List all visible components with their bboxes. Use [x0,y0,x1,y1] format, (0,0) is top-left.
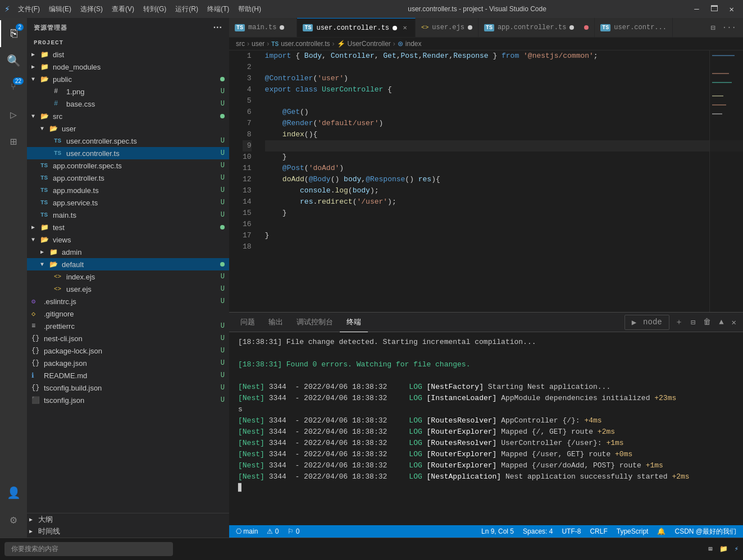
maximize-panel-button[interactable]: ▲ [717,316,726,328]
sidebar-item-app-controller-spec[interactable]: TS app.controller.spec.ts U [27,159,229,172]
indentation-status[interactable]: Spaces: 4 [521,527,555,535]
menu-help[interactable]: 帮助(H) [235,3,265,15]
sidebar-item-app-controller[interactable]: TS app.controller.ts U [27,172,229,184]
errors-status[interactable]: ⚐ 0 [285,527,302,535]
code-line [265,95,709,107]
sidebar-item-prettierrc[interactable]: ≡ .prettierrc U [27,320,229,332]
sidebar-item-readme[interactable]: ℹ README.md U [27,369,229,382]
taskbar-search[interactable]: 你要搜索的内容 [4,542,173,556]
sidebar-item-outline[interactable]: ▶ 大纲 [27,513,229,525]
sidebar-item-main-ts[interactable]: TS main.ts U [27,209,229,221]
branch-status[interactable]: ⎔ main [234,527,260,535]
more-actions-button[interactable]: ··· [720,22,739,33]
sidebar-item-user[interactable]: ▼ 📂 user [27,122,229,135]
breadcrumb-user[interactable]: user [252,40,265,48]
tab-user-contr-ellipsis[interactable]: TS user.contr... [595,18,673,38]
image-file-icon: # [54,88,64,95]
menu-file[interactable]: 文件(F) [15,3,43,15]
tab-close-button[interactable]: ✕ [400,24,409,33]
code-line: @Post('doAdd') [265,163,709,174]
code-editor[interactable]: 12345 678910 1112131415 161718 import { … [229,51,743,312]
add-terminal-button[interactable]: ＋ [673,316,685,328]
code-content[interactable]: import { Body, Controller, Get,Post,Rend… [261,51,709,312]
sidebar-item-label: test [53,223,220,232]
sidebar-item-user-controller-spec[interactable]: TS user.controller.spec.ts U [27,135,229,147]
sidebar-item-dist[interactable]: ▶ 📁 dist [27,48,229,61]
notification-bell[interactable]: 🔔 [655,527,668,535]
file-status: U [221,371,229,379]
sidebar-item-views[interactable]: ▼ 📂 views [27,233,229,246]
sidebar-item-basecss[interactable]: # base.css U [27,98,229,110]
sidebar-item-node-modules[interactable]: ▶ 📁 node_modules [27,61,229,73]
run-activity-item[interactable]: ▷ [0,101,27,128]
menu-edit[interactable]: 编辑(E) [45,3,75,15]
maximize-button[interactable]: 🗖 [706,2,723,16]
code-line: @Controller('user') [265,73,709,84]
sidebar-item-public[interactable]: ▼ 📂 public [27,73,229,85]
account-activity-item[interactable]: 👤 [0,479,27,506]
sidebar-item-nest-cli[interactable]: {} nest-cli.json U [27,332,229,345]
split-editor-button[interactable]: ⊟ [708,22,717,34]
sidebar-item-tsconfig-build[interactable]: {} tsconfig.build.json U [27,382,229,394]
explorer-activity-item[interactable]: ⎘ 2 [0,20,27,47]
sidebar-item-app-service[interactable]: TS app.service.ts U [27,196,229,209]
language-status[interactable]: TypeScript [614,527,651,535]
close-panel-button[interactable]: ✕ [730,316,739,328]
menu-goto[interactable]: 转到(G) [140,3,170,15]
close-button[interactable]: ✕ [725,2,739,16]
sidebar-item-user-ejs[interactable]: <> user.ejs U [27,283,229,295]
sidebar-item-1png[interactable]: # 1.png U [27,85,229,98]
sidebar-more-button[interactable]: ··· [213,22,222,33]
panel-tab-terminal[interactable]: 终端 [340,313,368,332]
sidebar-item-app-module[interactable]: TS app.module.ts U [27,184,229,196]
panel-tab-output[interactable]: 输出 [262,313,290,332]
encoding-status[interactable]: UTF-8 [559,527,583,535]
sidebar-item-gitignore[interactable]: ◇ .gitignore [27,307,229,320]
file-status: U [221,88,229,95]
menu-run[interactable]: 运行(R) [172,3,202,15]
breadcrumb-method[interactable]: index [405,40,422,48]
minimize-button[interactable]: — [690,2,703,16]
sidebar-item-eslintrc[interactable]: ⚙ .eslintrc.js U [27,295,229,307]
sidebar-item-default[interactable]: ▼ 📂 default [27,258,229,270]
breadcrumb-class[interactable]: UserController [348,40,391,48]
delete-terminal-button[interactable]: 🗑 [701,316,713,328]
settings-activity-item[interactable]: ⚙ [0,506,27,533]
minimap-svg [710,51,743,275]
menu-terminal[interactable]: 终端(T) [204,3,233,15]
activity-bar: ⎘ 2 🔍 ⑂ 22 ▷ ⊞ 👤 ⚙ [0,18,27,538]
panel-tab-problems[interactable]: 问题 [234,313,262,332]
sidebar-item-src[interactable]: ▼ 📂 src [27,110,229,122]
panel-tab-debug[interactable]: 调试控制台 [290,313,340,332]
warnings-status[interactable]: ⚠ 0 [265,527,281,535]
split-terminal-button[interactable]: ⊟ [689,316,698,328]
cursor-position-status[interactable]: Ln 9, Col 5 [479,527,516,535]
tab-app-controller-ts[interactable]: TS app.controller.ts [478,18,595,38]
search-activity-item[interactable]: 🔍 [0,47,27,74]
sidebar-item-admin[interactable]: ▶ 📁 admin [27,246,229,258]
terminal-content[interactable]: [18:38:31] File change detected. Startin… [229,332,743,525]
sidebar-item-index-ejs[interactable]: <> index.ejs U [27,270,229,283]
sidebar-item-tsconfig[interactable]: ⬛ tsconfig.json U [27,394,229,406]
taskbar-icon-2[interactable]: 📁 [719,545,728,553]
sidebar-item-label: app.controller.spec.ts [53,162,221,170]
eol-status[interactable]: CRLF [587,527,609,535]
extensions-activity-item[interactable]: ⊞ [0,128,27,155]
tab-user-controller-ts[interactable]: TS user.controller.ts ✕ [297,18,416,38]
sidebar-item-timeline[interactable]: ▶ 时间线 [27,525,229,538]
menu-select[interactable]: 选择(S) [77,3,106,15]
sidebar-item-package-lock[interactable]: {} package-lock.json U [27,345,229,357]
breadcrumb-file[interactable]: user.controller.ts [281,40,330,48]
taskbar-icon-1[interactable]: ⊞ [709,545,713,553]
tab-main-ts[interactable]: TS main.ts [229,18,297,38]
breadcrumb-src[interactable]: src [236,40,245,48]
sidebar-item-user-controller[interactable]: TS user.controller.ts U [27,147,229,159]
menu-view[interactable]: 查看(V) [108,3,138,15]
tab-user-ejs[interactable]: <> user.ejs [416,18,478,38]
source-control-activity-item[interactable]: ⑂ 22 [0,74,27,101]
taskbar-vscode-icon[interactable]: ⚡ [735,545,739,553]
sidebar-item-test[interactable]: ▶ 📁 test [27,221,229,233]
sidebar-item-package-json[interactable]: {} package.json U [27,357,229,369]
prettier-icon: ≡ [31,322,42,330]
extensions-icon: ⊞ [10,135,17,149]
